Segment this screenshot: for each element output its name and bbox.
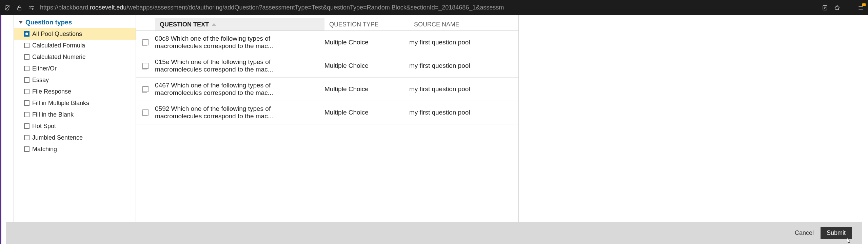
checkbox-icon[interactable] <box>24 123 29 129</box>
shield-off-icon[interactable] <box>3 4 11 12</box>
cell-question-type: Multiple Choice <box>324 39 409 46</box>
mouse-cursor-icon <box>846 238 851 244</box>
sidebar-item[interactable]: Matching <box>14 143 136 155</box>
sidebar-item-label: File Response <box>32 87 71 96</box>
sidebar-item-label: Calculated Numeric <box>32 53 85 61</box>
sidebar-list: All Pool QuestionsCalculated FormulaCalc… <box>14 28 136 155</box>
page-stack-icon <box>142 86 149 92</box>
cell-source-name: my first question pool <box>409 85 518 93</box>
sidebar-item-label: Essay <box>32 76 49 84</box>
sidebar-heading[interactable]: Question types <box>14 15 136 28</box>
content-card: Question types All Pool QuestionsCalcula… <box>14 15 519 244</box>
url-domain: roosevelt.edu <box>90 4 126 11</box>
table-row[interactable]: 015e Which one of the following types of… <box>136 54 518 78</box>
cell-source-name: my first question pool <box>409 109 518 116</box>
sidebar-item-label: Fill in Multiple Blanks <box>32 99 89 107</box>
page-stack-icon <box>142 63 149 69</box>
lock-icon[interactable] <box>16 4 23 12</box>
bookmark-star-icon[interactable] <box>833 4 841 12</box>
cell-source-name: my first question pool <box>409 39 518 46</box>
checkbox-icon[interactable] <box>24 135 29 140</box>
radio-all-icon[interactable] <box>24 31 29 37</box>
checkbox-icon[interactable] <box>24 89 29 94</box>
page-stack-icon <box>142 109 149 116</box>
checkbox-icon[interactable] <box>24 112 29 117</box>
sidebar-item-label: Either/Or <box>32 64 57 73</box>
cell-question-type: Multiple Choice <box>324 85 409 93</box>
extensions-icon[interactable] <box>857 4 865 12</box>
sidebar-item[interactable]: Essay <box>14 74 136 86</box>
sidebar-item-label: Fill in the Blank <box>32 110 74 119</box>
sidebar-item[interactable]: All Pool Questions <box>14 28 136 40</box>
cell-question-text: 0592 Which one of the following types of… <box>155 105 324 120</box>
sidebar-heading-label: Question types <box>25 19 72 26</box>
table-row[interactable]: 00c8 Which one of the following types of… <box>136 31 518 54</box>
cell-question-type: Multiple Choice <box>324 109 409 116</box>
svg-rect-1 <box>18 7 21 10</box>
col-header-question-type[interactable]: QUESTION TYPE <box>324 21 409 28</box>
sidebar-item[interactable]: Jumbled Sentence <box>14 132 136 143</box>
checkbox-icon[interactable] <box>24 77 29 83</box>
url-path: /webapps/assessment/do/authoring/addQues… <box>126 4 504 11</box>
table-body: 00c8 Which one of the following types of… <box>136 31 518 124</box>
sidebar-item-label: Matching <box>32 145 57 154</box>
row-select[interactable] <box>136 39 155 45</box>
cancel-button[interactable]: Cancel <box>795 229 814 237</box>
site-settings-icon[interactable] <box>28 4 35 12</box>
sidebar-item[interactable]: Fill in Multiple Blanks <box>14 97 136 109</box>
svg-point-2 <box>30 6 31 7</box>
reader-mode-icon[interactable] <box>821 4 829 12</box>
sidebar-item[interactable]: File Response <box>14 86 136 97</box>
collapse-triangle-icon <box>19 21 23 24</box>
browser-chrome: https://blackboard.roosevelt.edu/webapps… <box>0 0 868 15</box>
url-prefix: https://blackboard. <box>40 4 90 11</box>
checkbox-icon[interactable] <box>24 146 29 152</box>
question-table: QUESTION TEXT QUESTION TYPE SOURCE NAME … <box>136 15 518 244</box>
page-stack-icon <box>142 39 149 45</box>
table-row[interactable]: 0592 Which one of the following types of… <box>136 101 518 124</box>
page-viewport: Question types All Pool QuestionsCalcula… <box>0 15 868 244</box>
checkbox-icon[interactable] <box>24 66 29 71</box>
sidebar-item-label: Hot Spot <box>32 122 56 130</box>
row-select[interactable] <box>136 63 155 69</box>
sidebar-item[interactable]: Hot Spot <box>14 120 136 132</box>
row-select[interactable] <box>136 86 155 92</box>
sidebar-item-label: Jumbled Sentence <box>32 133 83 142</box>
sidebar-item[interactable]: Fill in the Blank <box>14 109 136 120</box>
cell-question-type: Multiple Choice <box>324 62 409 69</box>
url-bar[interactable]: https://blackboard.roosevelt.edu/webapps… <box>40 4 816 11</box>
checkbox-icon[interactable] <box>24 43 29 48</box>
sidebar-item[interactable]: Calculated Formula <box>14 40 136 51</box>
cell-question-text: 0467 Which one of the following types of… <box>155 82 324 97</box>
table-row[interactable]: 0467 Which one of the following types of… <box>136 78 518 101</box>
sidebar-question-types: Question types All Pool QuestionsCalcula… <box>14 15 136 244</box>
row-select[interactable] <box>136 109 155 116</box>
col-header-question-text[interactable]: QUESTION TEXT <box>155 18 324 30</box>
checkbox-icon[interactable] <box>24 100 29 106</box>
checkbox-icon[interactable] <box>24 54 29 60</box>
sidebar-item-label: All Pool Questions <box>32 29 82 38</box>
table-header-row: QUESTION TEXT QUESTION TYPE SOURCE NAME <box>136 18 518 31</box>
cell-question-text: 00c8 Which one of the following types of… <box>155 35 324 50</box>
sidebar-item[interactable]: Either/Or <box>14 63 136 74</box>
sidebar-item-label: Calculated Formula <box>32 41 85 50</box>
col-header-source-name[interactable]: SOURCE NAME <box>409 21 518 28</box>
action-footer: Cancel Submit <box>6 222 862 244</box>
sort-asc-icon <box>212 23 216 26</box>
sidebar-item[interactable]: Calculated Numeric <box>14 51 136 63</box>
cell-question-text: 015e Which one of the following types of… <box>155 58 324 73</box>
svg-point-5 <box>32 8 33 9</box>
cell-source-name: my first question pool <box>409 62 518 69</box>
